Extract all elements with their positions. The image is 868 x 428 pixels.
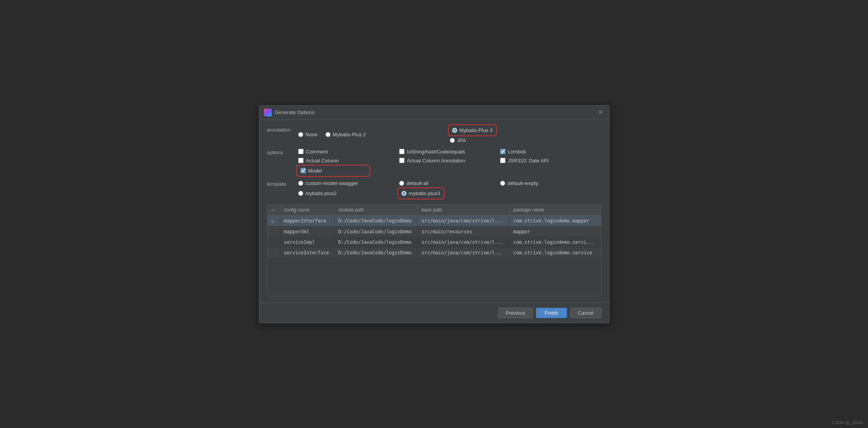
checkbox-actual-column[interactable]: Actual Column (298, 158, 391, 164)
radio-jpa-label: JPA (457, 137, 466, 143)
title-bar-left: Generate Options (264, 109, 315, 116)
row-icon: ↻ (267, 215, 280, 226)
row-module-path: D:/Code/JavaCode/loginDemo (334, 247, 417, 258)
checkbox-actual-column-input[interactable] (298, 158, 304, 163)
row-base-path: src/main/java/com/strive/l... (417, 215, 509, 226)
row-config-name: serviceInterface (280, 247, 334, 258)
radio-mybatis-plus2-template-label: mybatis-plus2 (306, 190, 337, 196)
options-grid: Comment toString/hashCode/equals Lombok … (298, 149, 601, 175)
radio-mybatis-plus2-label: Mybatis-Plus 2 (333, 132, 366, 137)
watermark: CSDN @_Strive. (832, 420, 864, 425)
radio-custom-model-swagger-label: custom-model-swagger (306, 180, 358, 186)
row-base-path: src/main/java/com/strive/l... (417, 247, 509, 258)
row-config-name: mapperXml (280, 226, 334, 237)
row-base-path: src/main/resources (417, 226, 509, 237)
col-base-path: base path (417, 205, 509, 215)
table-header-row: — config name module path base path pack… (267, 205, 601, 215)
table-row[interactable]: serviceImpl D:/Code/JavaCode/loginDemo s… (267, 237, 601, 247)
checkbox-model-label: Model (308, 168, 322, 174)
checkbox-actual-column-annotation-input[interactable] (399, 158, 405, 163)
checkbox-tostring-label: toString/hashCode/equals (407, 149, 465, 155)
radio-mybatis-plus3-label: Mybatis-Plus 3 (460, 127, 493, 133)
checkbox-lombok[interactable]: Lombok (500, 149, 593, 155)
radio-none[interactable]: None (298, 126, 318, 143)
config-table: — config name module path base path pack… (267, 205, 601, 258)
options-label: options (267, 149, 298, 155)
radio-jpa-input[interactable] (450, 138, 455, 143)
radio-default-empty-label: default-empty (507, 180, 538, 186)
dialog-content: annotation None Mybatis-Plus 2 Mybat (259, 120, 609, 303)
radio-none-input[interactable] (298, 132, 303, 137)
radio-mybatis-plus3[interactable]: Mybatis-Plus 3 (450, 126, 495, 134)
checkbox-lombok-input[interactable] (500, 149, 506, 154)
radio-mybatis-plus2[interactable]: Mybatis-Plus 2 (325, 126, 366, 143)
row-package-name: com.strive.logindemo.servi... (509, 237, 601, 247)
radio-default-empty-input[interactable] (500, 181, 505, 186)
radio-default-empty[interactable]: default-empty (500, 180, 593, 186)
dialog-footer: Previous Finish Cancel (259, 303, 609, 323)
radio-default-all[interactable]: default-all (399, 180, 492, 186)
checkbox-model[interactable]: Model (298, 167, 368, 175)
generate-options-dialog: Generate Options ✕ annotation None Mybat… (259, 105, 610, 323)
row-icon (267, 247, 280, 258)
row-module-path: D:/Code/JavaCode/loginDemo (334, 237, 417, 247)
radio-mybatis-plus3-template[interactable]: mybatis-plus3 (399, 189, 442, 197)
checkbox-jsr310-label: JSR310: Date API (508, 158, 549, 164)
checkbox-comment[interactable]: Comment (298, 149, 391, 155)
radio-mybatis-plus2-template-input[interactable] (298, 191, 303, 196)
row-package-name: com.strive.logindemo.mapper (509, 215, 601, 226)
row-base-path: src/main/java/com/strive/l... (417, 237, 509, 247)
checkbox-comment-input[interactable] (298, 149, 304, 154)
cancel-button[interactable]: Cancel (570, 308, 601, 318)
dialog-title: Generate Options (275, 109, 315, 115)
template-grid: custom-model-swagger default-all default… (298, 180, 601, 197)
row-module-path: D:/Code/JavaCode/loginDemo (334, 226, 417, 237)
col-icon: — (267, 205, 280, 215)
radio-mybatis-plus3-input[interactable] (452, 128, 457, 133)
annotation-left: None Mybatis-Plus 2 (298, 126, 450, 143)
table-row[interactable]: mapperXml D:/Code/JavaCode/loginDemo src… (267, 226, 601, 237)
radio-mybatis-plus3-template-label: mybatis-plus3 (409, 190, 440, 196)
table-row[interactable]: serviceInterface D:/Code/JavaCode/loginD… (267, 247, 601, 258)
refresh-icon: ↻ (271, 218, 274, 224)
row-module-path: D:/Code/JavaCode/loginDemo (334, 215, 417, 226)
app-icon (264, 109, 272, 116)
table-row[interactable]: ↻ mapperInterface D:/Code/JavaCode/login… (267, 215, 601, 226)
row-icon (267, 237, 280, 247)
row-icon (267, 226, 280, 237)
checkbox-tostring[interactable]: toString/hashCode/equals (399, 149, 492, 155)
title-bar: Generate Options ✕ (259, 106, 609, 120)
radio-default-all-input[interactable] (399, 181, 404, 186)
radio-custom-model-swagger[interactable]: custom-model-swagger (298, 180, 391, 186)
radio-custom-model-swagger-input[interactable] (298, 181, 303, 186)
close-button[interactable]: ✕ (596, 109, 605, 116)
radio-mybatis-plus3-template-input[interactable] (401, 191, 407, 196)
radio-default-all-label: default-all (407, 180, 428, 186)
template-row: template custom-model-swagger default-al… (267, 180, 601, 197)
previous-button[interactable]: Previous (498, 308, 533, 318)
checkbox-lombok-label: Lombok (508, 149, 526, 155)
row-package-name: mapper (509, 226, 601, 237)
checkbox-actual-column-annotation-label: Actual Column Annotation (407, 158, 465, 164)
template-label: template (267, 180, 298, 187)
checkbox-comment-label: Comment (306, 149, 328, 155)
checkbox-tostring-input[interactable] (399, 149, 405, 154)
annotation-row: annotation None Mybatis-Plus 2 Mybat (267, 126, 601, 143)
checkbox-model-input[interactable] (301, 168, 306, 173)
row-config-name: mapperInterface (280, 215, 334, 226)
col-config-name: config name (280, 205, 334, 215)
annotation-label: annotation (267, 126, 298, 133)
radio-none-label: None (306, 132, 318, 137)
row-package-name: com.strive.logindemo.service (509, 247, 601, 258)
radio-mybatis-plus2-template[interactable]: mybatis-plus2 (298, 189, 391, 197)
finish-button[interactable]: Finish (536, 308, 567, 318)
checkbox-jsr310[interactable]: JSR310: Date API (500, 158, 593, 164)
radio-jpa[interactable]: JPA (450, 137, 594, 143)
col-module-path: module path (334, 205, 417, 215)
col-package-name: package name (509, 205, 601, 215)
row-config-name: serviceImpl (280, 237, 334, 247)
checkbox-jsr310-input[interactable] (500, 158, 506, 163)
config-table-container: — config name module path base path pack… (267, 204, 601, 296)
checkbox-actual-column-annotation[interactable]: Actual Column Annotation (399, 158, 492, 164)
radio-mybatis-plus2-input[interactable] (325, 132, 331, 137)
